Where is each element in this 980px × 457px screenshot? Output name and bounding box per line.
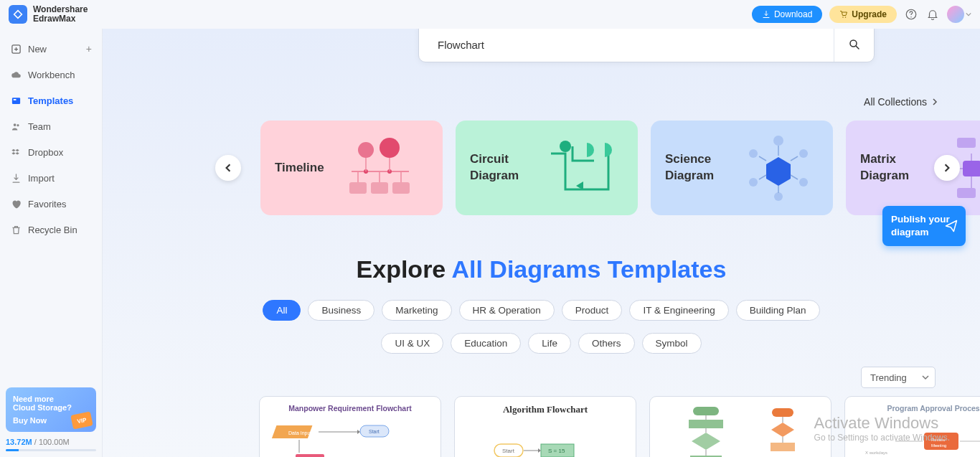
new-icon [10,43,22,55]
explore-highlight: All Diagrams Templates [451,255,726,283]
sort-dropdown[interactable]: Trending [861,367,936,388]
carousel-next-button[interactable] [934,155,960,181]
cloud-icon [10,69,22,80]
category-matrix-label: Matrix Diagram [860,151,925,184]
science-graphic-icon [738,121,819,215]
sidebar-item-workbench[interactable]: Workbench [0,62,102,88]
templates-icon [10,95,22,106]
cart-icon [839,10,848,19]
svg-rect-5 [11,98,19,104]
notifications-button[interactable] [925,7,940,22]
template-preview-icon: Data Input Start AOP [267,413,432,457]
template-title: Manpower Requirement Flowchart [267,404,433,413]
svg-rect-42 [689,420,723,428]
svg-text:S = 15: S = 15 [548,448,565,454]
template-title: Program Approval Process [852,404,980,413]
sidebar-favorites-label: Favorites [28,199,66,209]
filter-education[interactable]: Education [451,333,521,354]
sidebar: New + Workbench Templates Team Dropbox I… [0,29,103,457]
chevron-down-icon [966,11,971,17]
sort-selected: Trending [870,372,907,383]
help-button[interactable] [904,7,918,22]
timeline-graphic-icon [333,121,428,215]
template-preview-icon [657,404,822,457]
sidebar-recycle-label: Recycle Bin [28,225,77,235]
chevron-right-icon [931,98,938,105]
sidebar-item-import[interactable]: Import [0,165,102,191]
upgrade-label: Upgrade [852,9,887,19]
category-card-science[interactable]: Science Diagram [651,121,833,215]
storage-total: 100.00M [39,438,70,446]
search-input[interactable] [438,39,834,51]
filter-others[interactable]: Others [578,333,635,354]
carousel-prev-button[interactable] [215,155,241,181]
cloud-promo-text: Need more Cloud Storage? [13,395,77,412]
logo-icon [9,5,27,24]
sidebar-item-dropbox[interactable]: Dropbox [0,139,102,165]
all-collections-link[interactable]: All Collections [864,96,938,108]
sidebar-item-favorites[interactable]: Favorites [0,191,102,217]
svg-point-1 [845,17,847,18]
logo-text: Wondershare EdrawMax [33,5,88,24]
filter-row-2: UI & UX Education Life Others Symbol [103,333,980,354]
team-icon [10,121,22,132]
svg-rect-27 [957,188,976,198]
svg-rect-24 [957,138,976,148]
filter-business[interactable]: Business [308,300,374,321]
storage-bar-fill [6,449,19,451]
search-icon [848,38,861,51]
svg-point-8 [17,124,19,126]
sidebar-item-team[interactable]: Team [0,113,102,139]
top-actions: Download Upgrade [752,6,971,23]
cloud-storage-promo[interactable]: Need more Cloud Storage? Buy Now VIP [6,387,96,432]
svg-rect-44 [772,408,793,417]
svg-point-7 [13,123,16,126]
svg-point-10 [358,142,374,158]
category-card-timeline[interactable]: Timeline [260,121,443,215]
sidebar-item-templates[interactable]: Templates [0,88,102,113]
trash-icon [10,224,22,235]
filter-product[interactable]: Product [562,300,623,321]
search-box [418,29,875,62]
template-card[interactable] [649,396,831,457]
user-menu[interactable] [947,6,971,23]
svg-rect-35 [296,454,324,457]
sidebar-import-label: Import [28,173,55,184]
download-button[interactable]: Download [752,6,822,23]
sidebar-item-recycle[interactable]: Recycle Bin [0,217,102,242]
category-carousel: Timeline Circuit Diagram Science Diagram [228,119,980,217]
filter-hr[interactable]: HR & Operation [459,300,555,321]
sidebar-team-label: Team [28,121,51,132]
svg-point-3 [910,17,912,18]
filter-it[interactable]: IT & Engineering [629,300,728,321]
upgrade-button[interactable]: Upgrade [829,6,897,23]
svg-point-0 [843,17,844,18]
carousel-cards: Timeline Circuit Diagram Science Diagram [260,121,980,215]
filter-life[interactable]: Life [528,333,571,354]
topbar: Wondershare EdrawMax Download Upgrade [0,0,980,29]
filter-symbol[interactable]: Symbol [642,333,702,354]
category-card-circuit[interactable]: Circuit Diagram [456,121,638,215]
svg-text:Start: Start [369,429,380,434]
sidebar-item-new[interactable]: New + [0,36,102,62]
app-logo[interactable]: Wondershare EdrawMax [9,5,88,24]
filter-building[interactable]: Building Plan [736,300,820,321]
plus-icon[interactable]: + [86,43,92,55]
search-button[interactable] [834,29,874,62]
template-card[interactable]: Algorithm Flowchart Start S = 15 [454,396,636,457]
template-preview-icon: Start S = 15 [462,415,627,457]
svg-text:Data Input: Data Input [288,430,311,436]
dropbox-icon [10,146,22,158]
category-timeline-label: Timeline [275,160,324,176]
filter-uiux[interactable]: UI & UX [381,333,443,354]
svg-rect-41 [693,407,719,415]
filter-marketing[interactable]: Marketing [382,300,451,321]
storage-bar [6,449,96,451]
explore-prefix: Explore [357,255,452,283]
publish-diagram-button[interactable]: Publish your diagram [882,206,966,246]
filter-all[interactable]: All [263,300,301,321]
filter-row-1: All Business Marketing HR & Operation Pr… [103,300,980,321]
template-card[interactable]: Manpower Requirement Flowchart Data Inpu… [259,396,441,457]
svg-rect-45 [771,443,795,451]
svg-rect-26 [963,161,980,176]
